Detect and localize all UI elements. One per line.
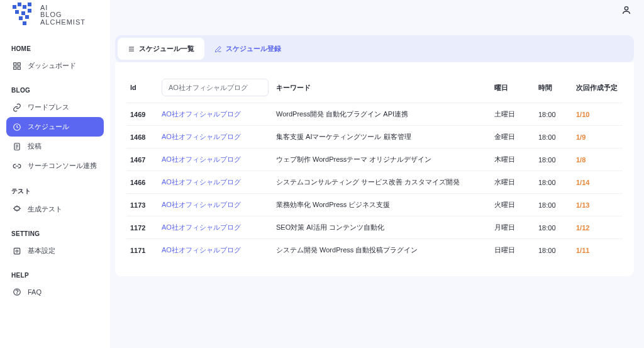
cell-id: 1171 (126, 239, 158, 262)
nav-item-doc[interactable]: 投稿 (6, 137, 104, 156)
cell-day: 水曜日 (491, 171, 535, 194)
svg-rect-1 (18, 3, 21, 6)
svg-rect-2 (23, 5, 26, 9)
th-keyword: キーワード (272, 72, 491, 103)
user-menu[interactable] (621, 5, 631, 15)
cell-time: 18:00 (535, 194, 572, 216)
cell-id: 1466 (126, 171, 158, 194)
th-id: Id (126, 72, 158, 103)
nav-item-gear[interactable]: 生成テスト (6, 199, 104, 219)
table-row[interactable]: 1467AO社オフィシャルブログウェブ制作 WordPressテーマ オリジナル… (126, 149, 623, 171)
cell-blog-link[interactable]: AO社オフィシャルブログ (162, 246, 241, 254)
svg-rect-11 (18, 62, 20, 65)
blog-filter-input[interactable] (162, 79, 269, 96)
chain-icon (13, 162, 21, 171)
nav-item-chain[interactable]: サーチコンソール連携 (6, 156, 104, 176)
cell-keyword: WordPress開発 自動化プラグイン API連携 (272, 103, 491, 126)
svg-rect-9 (23, 21, 26, 25)
cell-blog-link[interactable]: AO社オフィシャルブログ (162, 178, 241, 186)
gear-icon (13, 205, 21, 214)
cell-day: 金曜日 (491, 126, 535, 149)
tab-schedule-register[interactable]: スケジュール登録 (204, 38, 291, 60)
svg-rect-10 (14, 62, 16, 65)
settings-icon (13, 247, 21, 255)
table-row[interactable]: 1172AO社オフィシャルブログSEO対策 AI活用 コンテンツ自動化月曜日18… (126, 216, 623, 239)
nav-item-link[interactable]: ワードプレス (6, 98, 104, 117)
cell-time: 18:00 (535, 103, 572, 126)
logo-text: AI BLOG ALCHEMIST (40, 4, 86, 26)
table-row[interactable]: 1468AO社オフィシャルブログ集客支援 AIマーケティングツール 顧客管理金曜… (126, 126, 623, 149)
tab-list-label: スケジュール一覧 (139, 44, 194, 53)
cell-blog-link[interactable]: AO社オフィシャルブログ (162, 110, 241, 118)
tab-bar: スケジュール一覧 スケジュール登録 (115, 35, 634, 62)
main-content: スケジュール一覧 スケジュール登録 Id キーワード 曜日 時間 (110, 0, 644, 348)
svg-point-23 (17, 294, 18, 295)
clock-icon (13, 123, 21, 132)
nav-item-label: ダッシュボード (28, 61, 76, 70)
section-title: SETTING (6, 227, 104, 241)
list-icon (128, 45, 135, 53)
cell-keyword: 集客支援 AIマーケティングツール 顧客管理 (272, 126, 491, 149)
cell-blog-link[interactable]: AO社オフィシャルブログ (162, 201, 241, 208)
table-row[interactable]: 1469AO社オフィシャルブログWordPress開発 自動化プラグイン API… (126, 103, 623, 126)
cell-id: 1467 (126, 149, 158, 171)
th-next: 次回作成予定 (572, 72, 623, 103)
svg-point-24 (625, 7, 628, 10)
nav-item-label: 投稿 (28, 142, 42, 151)
nav-item-label: サーチコンソール連携 (28, 161, 97, 171)
nav-item-label: FAQ (28, 288, 42, 296)
section-title: HOME (6, 42, 104, 56)
nav-item-label: 基本設定 (28, 246, 55, 255)
cell-blog-link[interactable]: AO社オフィシャルブログ (162, 223, 241, 231)
sidebar: AI BLOG ALCHEMIST HOMEダッシュボードBLOGワードプレスス… (0, 0, 110, 348)
nav-item-dashboard[interactable]: ダッシュボード (6, 56, 104, 76)
svg-rect-20 (14, 248, 19, 254)
th-day: 曜日 (491, 72, 535, 103)
cell-blog-link[interactable]: AO社オフィシャルブログ (162, 133, 241, 140)
logo[interactable]: AI BLOG ALCHEMIST (6, 0, 104, 34)
svg-rect-6 (28, 9, 31, 13)
tab-register-label: スケジュール登録 (226, 44, 281, 53)
cell-day: 日曜日 (491, 239, 535, 262)
section-title: HELP (6, 268, 104, 283)
th-time: 時間 (535, 72, 572, 103)
cell-time: 18:00 (535, 216, 572, 239)
nav-item-settings[interactable]: 基本設定 (6, 241, 104, 261)
dashboard-icon (13, 62, 21, 70)
cell-day: 月曜日 (491, 216, 535, 239)
cell-next-date: 1/10 (576, 111, 589, 118)
cell-keyword: システム開発 WordPress 自動投稿プラグイン (272, 239, 491, 262)
cell-keyword: 業務効率化 WordPress ビジネス支援 (272, 194, 491, 216)
cell-blog-link[interactable]: AO社オフィシャルブログ (162, 155, 241, 163)
svg-rect-0 (13, 5, 16, 9)
nav-item-label: ワードプレス (28, 103, 69, 112)
nav-item-help[interactable]: FAQ (6, 283, 104, 301)
svg-rect-4 (15, 10, 19, 14)
svg-rect-3 (28, 3, 31, 6)
nav-item-label: 生成テスト (28, 205, 62, 214)
tab-schedule-list[interactable]: スケジュール一覧 (118, 38, 204, 60)
cell-id: 1469 (126, 103, 158, 126)
cell-id: 1468 (126, 126, 158, 149)
cell-time: 18:00 (535, 149, 572, 171)
doc-icon (13, 142, 21, 151)
table-row[interactable]: 1171AO社オフィシャルブログシステム開発 WordPress 自動投稿プラグ… (126, 239, 623, 262)
cell-next-date: 1/8 (576, 156, 586, 164)
cell-day: 木曜日 (491, 149, 535, 171)
table-row[interactable]: 1173AO社オフィシャルブログ業務効率化 WordPress ビジネス支援火曜… (126, 194, 623, 216)
cell-day: 火曜日 (491, 194, 535, 216)
svg-rect-8 (25, 15, 29, 19)
cell-time: 18:00 (535, 126, 572, 149)
svg-rect-13 (18, 67, 20, 69)
cell-next-date: 1/11 (576, 247, 589, 254)
cell-time: 18:00 (535, 239, 572, 262)
table-row[interactable]: 1466AO社オフィシャルブログシステムコンサルティング サービス改善 カスタマ… (126, 171, 623, 194)
nav-item-label: スケジュール (28, 122, 69, 132)
section-title: テスト (6, 183, 104, 199)
cell-next-date: 1/13 (576, 201, 589, 209)
cell-keyword: ウェブ制作 WordPressテーマ オリジナルデザイン (272, 149, 491, 171)
nav-item-clock[interactable]: スケジュール (6, 117, 104, 137)
link-icon (13, 103, 21, 112)
edit-icon (214, 45, 222, 53)
cell-keyword: SEO対策 AI活用 コンテンツ自動化 (272, 216, 491, 239)
